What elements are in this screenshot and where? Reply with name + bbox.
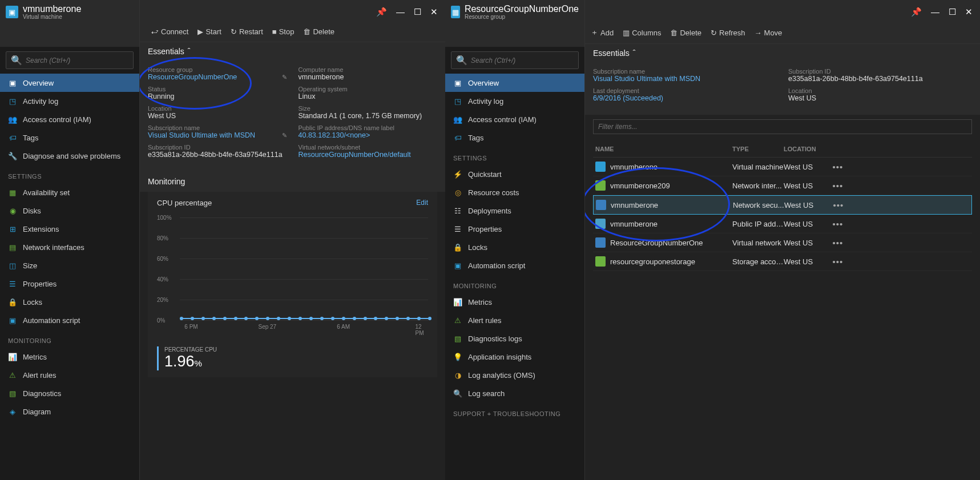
search-icon: 🔍 [11,55,22,66]
script-icon: ▣ [8,316,17,325]
section-settings-label: SETTINGS [445,147,584,165]
table-row[interactable]: resourcegrouponestorageStorage accou...W… [593,252,972,271]
more-icon[interactable]: ••• [829,162,846,172]
nav-diagnose[interactable]: 🔧Diagnose and solve problems [0,147,139,165]
cpu-chart[interactable]: Edit CPU percentage 100%80%60%40%20%0%6 … [148,192,437,377]
nav-properties[interactable]: ☰Properties [445,220,584,238]
nav-metrics[interactable]: 📊Metrics [0,348,139,366]
add-button[interactable]: ＋Add [591,27,614,38]
nav-availability-set[interactable]: ▦Availability set [0,183,139,201]
more-icon[interactable]: ••• [829,238,846,248]
vnet-link[interactable]: ResourceGroupNumberOne/default [299,151,438,159]
delete-button[interactable]: 🗑Delete [303,27,334,36]
connect-button[interactable]: ⮐Connect [151,27,188,36]
nav-extensions[interactable]: ⊞Extensions [0,220,139,238]
table-header: NAME TYPE LOCATION [593,140,972,158]
delete-button[interactable]: 🗑Delete [670,29,701,37]
alert-icon: ⚠ [8,370,17,380]
nav-automation-script[interactable]: ▣Automation script [445,256,584,275]
essentials-header[interactable]: Essentials ˆ [140,42,445,60]
nav-diagnostics-logs[interactable]: ▧Diagnostics logs [445,329,584,348]
nav-app-insights[interactable]: 💡Application insights [445,348,584,366]
left-search-input[interactable] [26,57,128,64]
restart-button[interactable]: ↻Restart [231,27,263,36]
left-search[interactable]: 🔍 [6,51,134,69]
subscription-link[interactable]: Visual Studio Ultimate with MSDN [593,75,777,83]
start-button[interactable]: ▶Start [197,27,221,36]
move-button[interactable]: →Move [755,29,783,37]
nav-tags[interactable]: 🏷Tags [0,128,139,147]
columns-button[interactable]: ▥Columns [623,29,661,37]
more-icon[interactable]: ••• [829,219,846,229]
nav-overview[interactable]: ▣Overview [0,74,139,92]
filter-input[interactable] [593,119,972,134]
maximize-icon[interactable]: ☐ [947,7,958,17]
minimize-icon[interactable]: — [394,7,406,17]
more-icon[interactable]: ••• [829,181,846,191]
nav-size[interactable]: ◫Size [0,256,139,275]
nav-diagram[interactable]: ◈Diagram [0,402,139,421]
table-row[interactable]: vmnumberonePublic IP addr...West US••• [593,215,972,233]
size-icon: ◫ [8,261,17,270]
table-row[interactable]: ResourceGroupNumberOneVirtual networkWes… [593,233,972,252]
more-icon[interactable]: ••• [829,257,846,267]
deployment-link[interactable]: 6/9/2016 (Succeeded) [593,94,777,102]
nav-log-analytics[interactable]: ◑Log analytics (OMS) [445,366,584,384]
right-search[interactable]: 🔍 [451,51,579,69]
diagram-icon: ◈ [8,407,17,416]
pin-icon[interactable]: 📌 [909,7,923,17]
nav-network-interfaces[interactable]: ▤Network interfaces [0,238,139,256]
nav-deployments[interactable]: ☷Deployments [445,201,584,220]
nav-metrics[interactable]: 📊Metrics [445,293,584,311]
stop-button[interactable]: ■Stop [272,27,295,36]
nav-activity-log[interactable]: ◳Activity log [445,92,584,110]
nav-automation-script[interactable]: ▣Automation script [0,311,139,329]
nav-diagnostics[interactable]: ▧Diagnostics [0,384,139,402]
ip-link[interactable]: 40.83.182.130/<none> [299,131,438,139]
right-blade-header: ▦ ResourceGroupNumberOne Resource group [445,0,584,24]
nav-properties[interactable]: ☰Properties [0,275,139,293]
nav-quickstart[interactable]: ⚡Quickstart [445,165,584,183]
left-blade-header: ▣ vmnumberone Virtual machine [0,0,139,24]
rg-link[interactable]: ResourceGroupNumberOne [148,73,287,81]
nav-access-control[interactable]: 👥Access control (IAM) [0,110,139,128]
pin-icon[interactable]: 📌 [374,7,389,17]
nav-locks[interactable]: 🔒Locks [0,293,139,311]
left-title: vmnumberone [23,4,134,14]
right-search-input[interactable] [471,57,574,64]
table-row[interactable]: vmnumberoneVirtual machineWest US••• [593,158,972,176]
resource-icon [595,219,606,229]
restart-icon: ↻ [231,27,237,36]
nav-tags[interactable]: 🏷Tags [445,128,584,147]
chart-icon: 📊 [8,352,17,361]
nav-disks[interactable]: ◉Disks [0,201,139,220]
stop-icon: ■ [272,27,277,36]
nav-resource-costs[interactable]: ◎Resource costs [445,183,584,201]
nav-log-search[interactable]: 🔍Log search [445,384,584,402]
nav-activity-log[interactable]: ◳Activity log [0,92,139,110]
nav-locks[interactable]: 🔒Locks [445,238,584,256]
minimize-icon[interactable]: — [929,7,941,17]
subscription-link[interactable]: Visual Studio Ultimate with MSDN [148,131,287,139]
play-icon: ▶ [197,27,203,36]
nav-overview[interactable]: ▣Overview [445,74,584,92]
diagnostics-icon: ▧ [8,389,17,398]
nav-access-control[interactable]: 👥Access control (IAM) [445,110,584,128]
essentials-header[interactable]: Essentials ˆ [585,44,980,62]
trash-icon: 🗑 [670,29,677,37]
refresh-button[interactable]: ↻Refresh [711,29,745,37]
maximize-icon[interactable]: ☐ [412,7,423,17]
table-row[interactable]: vmnumberone209Network inter...West US••• [593,176,972,195]
close-icon[interactable]: ✕ [963,7,974,17]
chart-edit-link[interactable]: Edit [416,199,428,207]
wrench-icon: 🔧 [8,151,17,160]
nav-alert-rules[interactable]: ⚠Alert rules [0,366,139,384]
filter-box[interactable] [593,119,972,134]
more-icon[interactable]: ••• [830,200,847,210]
table-row[interactable]: vmnumberoneNetwork secu...West US••• [593,195,972,215]
edit-icon[interactable]: ✎ [282,132,287,139]
edit-icon[interactable]: ✎ [282,74,287,81]
close-icon[interactable]: ✕ [429,7,439,17]
overview-icon: ▣ [453,78,462,87]
nav-alert-rules[interactable]: ⚠Alert rules [445,311,584,329]
